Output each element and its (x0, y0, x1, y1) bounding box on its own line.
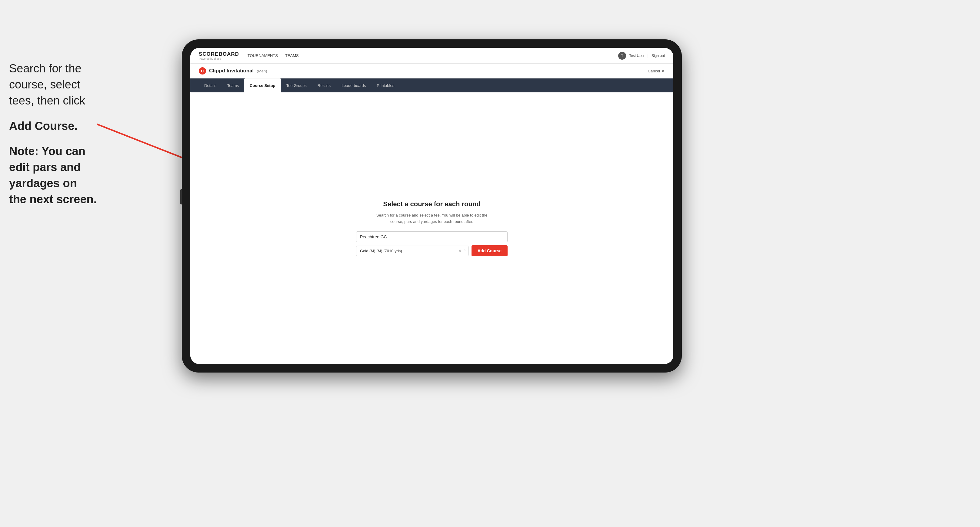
tournament-name: Clippd Invitational (209, 68, 254, 74)
tab-tee-groups[interactable]: Tee Groups (281, 78, 312, 92)
user-name: Test User (629, 54, 644, 58)
tournament-icon: C (199, 67, 206, 75)
tablet-device: SCOREBOARD Powered by clippd TOURNAMENTS… (182, 40, 682, 373)
annotation-line1: Search for the course, select tees, then… (9, 60, 97, 109)
logo-subtitle: Powered by clippd (199, 57, 239, 60)
sign-out-link[interactable]: Sign out (652, 54, 665, 58)
section-title: Select a course for each round (356, 200, 508, 208)
nav-right: T Test User | Sign out (618, 52, 665, 60)
tee-clear-icon[interactable]: ✕ (458, 248, 462, 253)
tab-teams[interactable]: Teams (222, 78, 244, 92)
section-description: Search for a course and select a tee. Yo… (356, 212, 508, 225)
nav-links: TOURNAMENTS TEAMS (248, 53, 299, 58)
tab-printables[interactable]: Printables (371, 78, 400, 92)
main-content: Select a course for each round Search fo… (190, 92, 673, 364)
add-course-button[interactable]: Add Course (471, 245, 508, 256)
tournament-gender: (Men) (257, 69, 267, 73)
nav-left: SCOREBOARD Powered by clippd TOURNAMENTS… (199, 51, 299, 60)
tablet-screen: SCOREBOARD Powered by clippd TOURNAMENTS… (190, 48, 673, 364)
course-section: Select a course for each round Search fo… (356, 200, 508, 257)
logo-area: SCOREBOARD Powered by clippd (199, 51, 239, 60)
nav-tournaments[interactable]: TOURNAMENTS (248, 53, 278, 58)
logo-title: SCOREBOARD (199, 51, 239, 57)
tablet-side-button (180, 189, 182, 205)
tournament-title-area: C Clippd Invitational (Men) (199, 67, 267, 75)
nav-teams[interactable]: TEAMS (285, 53, 299, 58)
cancel-button[interactable]: Cancel ✕ (648, 69, 665, 73)
tab-leaderboards[interactable]: Leaderboards (336, 78, 371, 92)
tee-select-row: Gold (M) (M) (7010 yds) ✕ ⌃ Add Course (356, 245, 508, 256)
annotation-note: Note: You can edit pars and yardages on … (9, 143, 97, 208)
annotation-text: Search for the course, select tees, then… (9, 60, 97, 217)
tab-course-setup[interactable]: Course Setup (244, 78, 281, 92)
tee-arrow-icon: ⌃ (463, 249, 466, 253)
tee-select-wrapper: Gold (M) (M) (7010 yds) ✕ ⌃ (356, 246, 468, 256)
annotation-bold: Add Course. (9, 118, 97, 134)
tab-bar: Details Teams Course Setup Tee Groups Re… (190, 78, 673, 92)
tee-select[interactable]: Gold (M) (M) (7010 yds) (356, 246, 468, 256)
tournament-header: C Clippd Invitational (Men) Cancel ✕ (190, 63, 673, 78)
user-avatar: T (618, 52, 626, 60)
tab-details[interactable]: Details (199, 78, 222, 92)
course-search-input[interactable] (356, 232, 508, 242)
nav-separator: | (648, 54, 649, 58)
top-navbar: SCOREBOARD Powered by clippd TOURNAMENTS… (190, 48, 673, 63)
tab-results[interactable]: Results (312, 78, 336, 92)
